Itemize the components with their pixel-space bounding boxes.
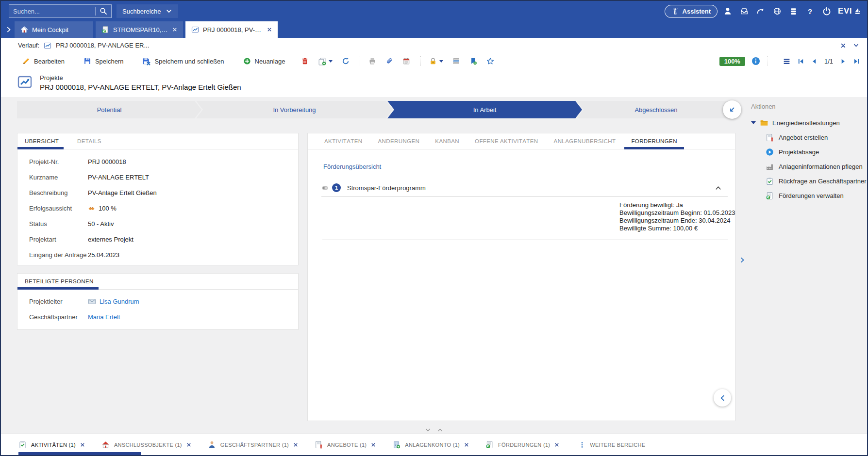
aktion-anlageninformationen-pflegen[interactable]: Anlageninformationen pflegen	[766, 163, 865, 171]
tab-uebersicht[interactable]: ÜBERSICHT	[25, 133, 59, 149]
sidebar-collapse-button[interactable]	[714, 389, 731, 407]
tab-kanban[interactable]: KANBAN	[435, 133, 459, 149]
suchbereiche-dropdown[interactable]: Suchbereiche	[117, 4, 178, 18]
tree-caret-icon[interactable]	[751, 121, 756, 124]
tab-mein-cockpit[interactable]: Mein Cockpit	[15, 21, 93, 38]
doc-euro-icon	[485, 440, 494, 449]
tab-offene-aktivitaeten[interactable]: OFFENE AKTIVITÄTEN	[475, 133, 538, 149]
folder-label: Energiedienstleistungen	[772, 119, 840, 127]
verlauf-entry[interactable]: PRJ 0000018, PV-ANLAGE ER...	[56, 42, 149, 49]
permissions-button[interactable]	[429, 57, 443, 65]
assistent-button[interactable]: Assistent	[665, 5, 718, 18]
database-button[interactable]	[787, 5, 800, 17]
envelope-icon[interactable]	[88, 297, 96, 306]
info-button[interactable]	[751, 57, 760, 65]
footer-tab-close-button[interactable]	[186, 442, 191, 447]
foerderung-accordion-row[interactable]: 1 Stromspar-Förderprogramm	[321, 179, 728, 196]
footer-collapse-down-button[interactable]	[425, 427, 431, 433]
foerderungsuebersicht-link[interactable]: Förderungsübersicht	[323, 163, 381, 170]
process-step-abgeschlossen[interactable]: Abgeschlossen	[577, 101, 735, 118]
tab-stromspar[interactable]: STROMSPAR10, PV-A...	[96, 21, 183, 38]
detail-line: Bewilligungszeitraum Beginn: 01.05.2023	[619, 209, 741, 217]
print-button[interactable]	[368, 57, 376, 65]
bookmark-button[interactable]	[469, 57, 477, 65]
lock-icon	[429, 57, 437, 65]
footer-tab-foerderungen[interactable]: FÖRDERUNGEN (1)	[485, 440, 559, 449]
calendar-button[interactable]	[402, 57, 410, 65]
attachment-button[interactable]	[385, 57, 393, 65]
tabbar-scroll-button[interactable]	[3, 21, 15, 38]
footer-tab-angebote[interactable]: ANGEBOTE (1)	[315, 440, 376, 449]
copy-new-button[interactable]	[318, 57, 333, 65]
page-title: PRJ 0000018, PV-ANLAGE ERTELT, PV-Anlage…	[40, 83, 241, 91]
aktion-label: Anlageninformationen pflegen	[779, 163, 863, 170]
speichern-button[interactable]: Speichern	[81, 57, 127, 65]
tab-foerderungen[interactable]: FÖRDERUNGEN	[631, 133, 677, 149]
tab-beteiligte-personen[interactable]: BETEILIGTE PERSONEN	[25, 274, 94, 289]
plus-circle-icon	[243, 57, 251, 65]
process-expand-button[interactable]	[723, 100, 741, 119]
footer-tab-close-button[interactable]	[371, 442, 376, 447]
speichern-und-schliessen-button[interactable]: Speichern und schließen	[139, 57, 227, 66]
aktion-angebot-erstellen[interactable]: Angebot erstellen	[766, 133, 865, 142]
verlauf-close-button[interactable]	[840, 43, 846, 49]
tab-anlagenuebersicht[interactable]: ANLAGENÜBERSICHT	[554, 133, 616, 149]
accordion-collapse-button[interactable]	[712, 184, 725, 192]
footer-tab-anschlussobjekte[interactable]: ANSCHLUSSOBJEKTE (1)	[101, 440, 191, 449]
search-input[interactable]	[9, 8, 95, 15]
bearbeiten-button[interactable]: Bearbeiten	[19, 57, 67, 65]
next-page-button[interactable]	[839, 58, 847, 65]
last-page-button[interactable]	[853, 58, 860, 65]
projektleiter-link[interactable]: Lisa Gundrum	[100, 298, 139, 305]
verlauf-collapse-button[interactable]	[853, 42, 859, 49]
footer-tab-close-button[interactable]	[293, 442, 298, 447]
footer-tab-geschaeftspartner[interactable]: GESCHÄFTSPARTNER (1)	[208, 440, 298, 449]
footer-tab-aktivitaeten[interactable]: AKTIVITÄTEN (1)	[18, 440, 85, 449]
previous-page-button[interactable]	[811, 58, 818, 65]
first-page-button[interactable]	[797, 58, 804, 65]
tab-details[interactable]: DETAILS	[77, 133, 101, 149]
neuanlage-button[interactable]: Neuanlage	[240, 57, 288, 65]
inbox-button[interactable]	[737, 5, 751, 17]
sidebar-expander-button[interactable]	[736, 256, 749, 264]
search-button[interactable]	[96, 5, 111, 17]
tab-aktivitaeten[interactable]: AKTIVITÄTEN	[324, 133, 363, 149]
aktion-rueckfrage-an-geschaeftspartner[interactable]: Rückfrage an Geschäftspartner	[766, 177, 865, 185]
tab-close-button[interactable]	[172, 27, 177, 32]
footer-tab-close-button[interactable]	[80, 442, 85, 447]
field-label: Projektart	[29, 236, 88, 243]
web-button[interactable]	[770, 5, 784, 17]
redo-arrow-icon	[756, 7, 765, 16]
logout-button[interactable]	[820, 5, 833, 17]
tab-close-button[interactable]	[267, 27, 272, 32]
aktion-foerderungen-verwalten[interactable]: Förderungen verwalten	[766, 192, 865, 200]
project-chart-icon	[44, 42, 51, 49]
tab-aenderungen[interactable]: ÄNDERUNGEN	[378, 133, 420, 149]
zoom-badge[interactable]: 100%	[719, 57, 745, 66]
aktion-projektabsage[interactable]: Projektabsage	[766, 148, 865, 156]
favorite-button[interactable]	[486, 57, 494, 65]
suchbereiche-label: Suchbereiche	[122, 8, 161, 15]
footer-tab-close-button[interactable]	[554, 442, 559, 447]
user-button[interactable]	[721, 5, 734, 17]
dropdown-caret-icon	[439, 60, 443, 63]
list-view-button[interactable]	[452, 57, 460, 65]
footer-collapse-up-button[interactable]	[437, 427, 443, 433]
process-step-in-vorbereitung[interactable]: In Vorbereitung	[196, 101, 393, 118]
process-step-potential[interactable]: Potential	[17, 101, 201, 118]
footer-tab-anlagenkonto[interactable]: ANLAGENKONTO (1)	[392, 440, 469, 449]
weitere-bereiche-button[interactable]: WEITERE BEREICHE	[579, 441, 645, 448]
field-value: 25.04.2023	[88, 251, 119, 259]
redo-button[interactable]	[754, 5, 767, 17]
refresh-button[interactable]	[342, 57, 350, 65]
geschaeftspartner-link[interactable]: Maria Ertelt	[88, 313, 120, 321]
chevron-up-icon	[715, 184, 722, 192]
footer-tab-close-button[interactable]	[464, 442, 469, 447]
process-step-in-arbeit[interactable]: In Arbeit	[387, 101, 582, 118]
menu-button[interactable]	[783, 57, 791, 65]
tab-prj-0000018[interactable]: PRJ 0000018, PV-ANL...	[185, 21, 278, 38]
project-chart-icon	[191, 26, 199, 33]
aktionen-folder-energiedienstleistungen[interactable]: Energiedienstleistungen	[751, 118, 865, 127]
help-button[interactable]	[803, 5, 817, 17]
delete-button[interactable]	[301, 57, 309, 65]
